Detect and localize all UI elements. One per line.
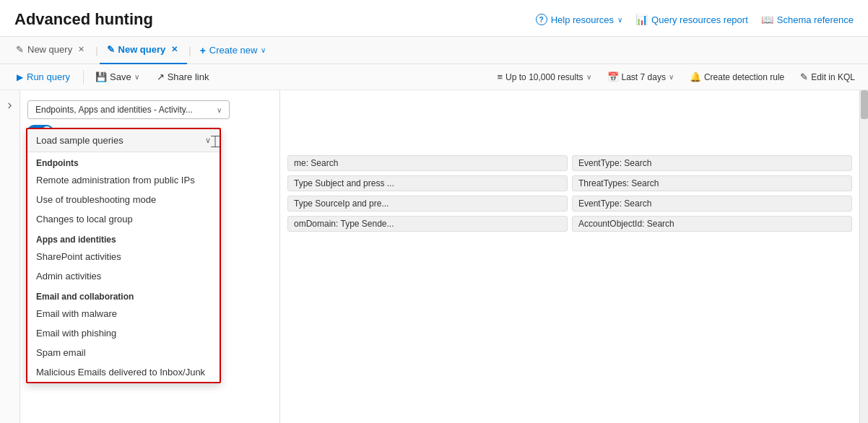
- edit-icon: ✎: [800, 71, 808, 82]
- left-panel: Endpoints, Apps and identities - Activit…: [20, 90, 280, 423]
- share-icon: ↗: [157, 71, 165, 82]
- right-filter-2[interactable]: Type Subject and press ...: [287, 175, 568, 191]
- tab2-close-icon[interactable]: ✕: [169, 43, 180, 56]
- dropdown-chevron-icon: ∨ ⌶: [205, 136, 211, 145]
- share-link-label: Share link: [168, 71, 209, 82]
- tab2-separator: |: [188, 45, 191, 56]
- right-filter-6[interactable]: omDomain: Type Sende...: [287, 216, 568, 232]
- dropdown-header-row[interactable]: Load sample queries ∨ ⌶: [27, 129, 220, 152]
- right-filter-5[interactable]: EventType: Search: [572, 196, 852, 212]
- date-range-button[interactable]: 📅 Last 7 days ∨: [602, 69, 680, 84]
- chart-icon: 📊: [635, 14, 648, 25]
- sidebar-toggle[interactable]: ›: [0, 90, 20, 423]
- cursor-icon: ⌶: [211, 133, 220, 149]
- query-resources-button[interactable]: 📊 Query resources report: [635, 14, 748, 25]
- tab-1[interactable]: ✎ New query ✕: [9, 37, 94, 64]
- right-filter-3[interactable]: ThreatTypes: Search: [572, 175, 852, 191]
- calendar-icon: 📅: [607, 71, 619, 82]
- plus-icon: +: [200, 45, 206, 56]
- page-title: Advanced hunting: [14, 10, 153, 29]
- run-query-button[interactable]: ▶ Run query: [7, 68, 79, 86]
- create-detection-button[interactable]: 🔔 Create detection rule: [684, 69, 790, 84]
- results-limit-label: Up to 10,000 results: [505, 72, 583, 82]
- tab-separator: |: [95, 45, 97, 56]
- dropdown-item-spam[interactable]: Spam email: [27, 343, 220, 362]
- scrollbar[interactable]: [859, 90, 868, 423]
- dropdown-item-phishing[interactable]: Email with phishing: [27, 323, 220, 343]
- share-link-button[interactable]: ↗ Share link: [149, 68, 217, 86]
- date-chevron: ∨: [669, 73, 674, 81]
- dropdown-item-sharepoint[interactable]: SharePoint activities: [27, 247, 220, 266]
- right-filters-grid: me: Search EventType: Search Type Subjec…: [287, 96, 852, 232]
- schema-reference-button[interactable]: 📖 Schema reference: [761, 14, 854, 25]
- tab1-close-icon[interactable]: ✕: [76, 43, 87, 56]
- help-resources-button[interactable]: ? Help resources ∨: [536, 14, 622, 25]
- dropdown-item-local-group[interactable]: Changes to local group: [27, 209, 220, 229]
- right-filter-4[interactable]: Type SourceIp and pre...: [287, 196, 568, 212]
- expand-icon: ›: [8, 97, 12, 113]
- help-circle-icon: ?: [536, 14, 547, 25]
- dropdown-item-remote-admin[interactable]: Remote administration from public IPs: [27, 170, 220, 190]
- right-panel: me: Search EventType: Search Type Subjec…: [280, 90, 859, 423]
- results-limit-button[interactable]: ≡ Up to 10,000 results ∨: [492, 69, 597, 84]
- schema-reference-label: Schema reference: [777, 14, 854, 25]
- section-email-header: Email and collaboration: [27, 286, 220, 304]
- table-selector[interactable]: Endpoints, Apps and identities - Activit…: [27, 100, 230, 119]
- query-resources-label: Query resources report: [651, 14, 748, 25]
- date-range-label: Last 7 days: [622, 72, 666, 82]
- header-actions: ? Help resources ∨ 📊 Query resources rep…: [536, 14, 854, 25]
- book-icon: 📖: [761, 14, 773, 25]
- toolbar-right-group: ≡ Up to 10,000 results ∨ 📅 Last 7 days ∨…: [492, 69, 861, 84]
- dropdown-header-label: Load sample queries: [36, 135, 123, 146]
- main-area: › Endpoints, Apps and identities - Activ…: [0, 90, 868, 423]
- save-button[interactable]: 💾 Save ∨: [87, 68, 147, 86]
- right-filter-1[interactable]: EventType: Search: [572, 155, 852, 171]
- edit-kql-button[interactable]: ✎ Edit in KQL: [794, 69, 861, 84]
- results-chevron: ∨: [586, 73, 591, 81]
- dropdown-item-malware[interactable]: Email with malware: [27, 304, 220, 323]
- header: Advanced hunting ? Help resources ∨ 📊 Qu…: [0, 0, 868, 37]
- right-filter-7[interactable]: AccountObjectId: Search: [572, 216, 852, 232]
- tabs-bar: ✎ New query ✕ | ✎ New query ✕ | + Create…: [0, 37, 868, 64]
- scrollbar-thumb[interactable]: [861, 90, 868, 119]
- save-icon: 💾: [95, 71, 107, 82]
- edit-kql-label: Edit in KQL: [811, 72, 855, 82]
- selector-row: Endpoints, Apps and identities - Activit…: [20, 96, 279, 125]
- save-chevron: ∨: [134, 73, 139, 81]
- right-filter-0[interactable]: me: Search: [287, 155, 568, 171]
- tab1-query-icon: ✎: [16, 44, 24, 55]
- create-new-chevron: ∨: [261, 46, 266, 54]
- sample-queries-dropdown: Load sample queries ∨ ⌶ Endpoints Remote…: [26, 128, 221, 383]
- dropdown-item-troubleshooting[interactable]: Use of troubleshooting mode: [27, 190, 220, 209]
- tab2-query-icon: ✎: [107, 44, 115, 55]
- selector-chevron-icon: ∨: [217, 106, 222, 114]
- create-detection-label: Create detection rule: [704, 72, 784, 82]
- toolbar: ▶ Run query 💾 Save ∨ ↗ Share link ≡ Up t…: [0, 64, 868, 90]
- help-chevron-icon: ∨: [617, 16, 622, 24]
- section-apps-header: Apps and identities: [27, 229, 220, 247]
- toolbar-sep1: [83, 70, 84, 84]
- dropdown-item-admin[interactable]: Admin activities: [27, 266, 220, 286]
- tab1-label: New query: [27, 44, 72, 55]
- table-selector-label: Endpoints, Apps and identities - Activit…: [35, 105, 193, 115]
- help-resources-label: Help resources: [551, 14, 614, 25]
- run-query-label: Run query: [27, 71, 70, 82]
- results-icon: ≡: [498, 71, 503, 82]
- create-new-label: Create new: [209, 45, 257, 56]
- bell-icon: 🔔: [690, 71, 701, 82]
- tab-2[interactable]: ✎ New query ✕: [100, 37, 188, 64]
- save-label: Save: [110, 71, 131, 82]
- tab2-label: New query: [118, 44, 166, 55]
- create-new-tab[interactable]: + Create new ∨: [193, 37, 274, 64]
- section-endpoints-header: Endpoints: [27, 152, 220, 170]
- dropdown-item-malicious[interactable]: Malicious Emails delivered to Inbox/Junk: [27, 362, 220, 382]
- run-icon: ▶: [17, 72, 23, 82]
